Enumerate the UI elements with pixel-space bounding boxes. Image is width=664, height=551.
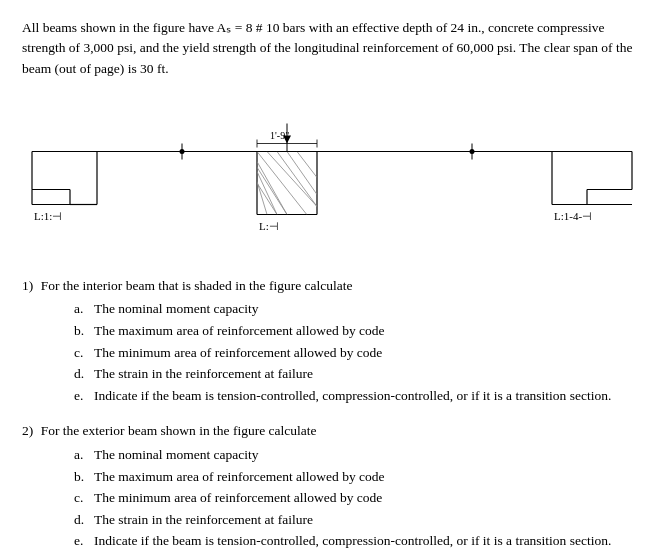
intro-text: All beams shown in the figure have Aₛ = …	[22, 20, 632, 76]
question-2-number: 2)	[22, 423, 33, 438]
sub-text-1d: The strain in the reinforcement at failu…	[94, 363, 642, 385]
question-2: 2) For the exterior beam shown in the fi…	[22, 420, 642, 551]
svg-rect-12	[257, 151, 317, 214]
svg-line-14	[247, 151, 287, 214]
sub-text-2c: The minimum area of reinforcement allowe…	[94, 487, 642, 509]
question-1: 1) For the interior beam that is shaded …	[22, 275, 642, 407]
svg-text:L:1:⊣: L:1:⊣	[34, 209, 62, 221]
sub-text-2e: Indicate if the beam is tension-controll…	[94, 530, 642, 551]
question-2-items: a. The nominal moment capacity b. The ma…	[74, 444, 642, 551]
svg-line-21	[257, 171, 277, 214]
sub-label-1e: e.	[74, 385, 90, 407]
sub-text-1a: The nominal moment capacity	[94, 298, 642, 320]
svg-text:L:⊣: L:⊣	[259, 219, 279, 231]
question-1-items: a. The nominal moment capacity b. The ma…	[74, 298, 642, 406]
list-item: a. The nominal moment capacity	[74, 444, 642, 466]
sub-text-1e: Indicate if the beam is tension-controll…	[94, 385, 642, 407]
list-item: e. Indicate if the beam is tension-contr…	[74, 385, 642, 407]
intro-paragraph: All beams shown in the figure have Aₛ = …	[22, 18, 642, 79]
sub-label-2c: c.	[74, 487, 90, 509]
questions-section: 1) For the interior beam that is shaded …	[22, 275, 642, 551]
sub-text-2b: The maximum area of reinforcement allowe…	[94, 466, 642, 488]
sub-label-2d: d.	[74, 509, 90, 531]
svg-line-19	[297, 151, 317, 177]
sub-text-1b: The maximum area of reinforcement allowe…	[94, 320, 642, 342]
question-2-text: For the exterior beam shown in the figur…	[41, 423, 317, 438]
list-item: a. The nominal moment capacity	[74, 298, 642, 320]
list-item: c. The minimum area of reinforcement all…	[74, 342, 642, 364]
list-item: d. The strain in the reinforcement at fa…	[74, 363, 642, 385]
svg-line-17	[277, 151, 317, 206]
sub-text-2d: The strain in the reinforcement at failu…	[94, 509, 642, 531]
list-item: e. Indicate if the beam is tension-contr…	[74, 530, 642, 551]
question-1-main: 1) For the interior beam that is shaded …	[22, 275, 642, 297]
beam-diagram: L:1:⊣ 1'-9" L:⊣	[22, 97, 642, 257]
sub-label-2e: e.	[74, 530, 90, 551]
sub-label-1c: c.	[74, 342, 90, 364]
svg-line-22	[257, 181, 267, 214]
list-item: b. The maximum area of reinforcement all…	[74, 320, 642, 342]
beam-svg: L:1:⊣ 1'-9" L:⊣	[22, 97, 642, 257]
list-item: c. The minimum area of reinforcement all…	[74, 487, 642, 509]
question-2-main: 2) For the exterior beam shown in the fi…	[22, 420, 642, 442]
sub-label-2a: a.	[74, 444, 90, 466]
sub-label-1b: b.	[74, 320, 90, 342]
sub-label-1a: a.	[74, 298, 90, 320]
list-item: b. The maximum area of reinforcement all…	[74, 466, 642, 488]
svg-text:L:1-4-⊣: L:1-4-⊣	[554, 209, 592, 221]
list-item: d. The strain in the reinforcement at fa…	[74, 509, 642, 531]
question-1-text: For the interior beam that is shaded in …	[41, 278, 353, 293]
question-1-number: 1)	[22, 278, 33, 293]
sub-text-1c: The minimum area of reinforcement allowe…	[94, 342, 642, 364]
svg-line-16	[267, 151, 327, 217]
svg-line-15	[257, 151, 317, 227]
sub-label-2b: b.	[74, 466, 90, 488]
sub-label-1d: d.	[74, 363, 90, 385]
sub-text-2a: The nominal moment capacity	[94, 444, 642, 466]
